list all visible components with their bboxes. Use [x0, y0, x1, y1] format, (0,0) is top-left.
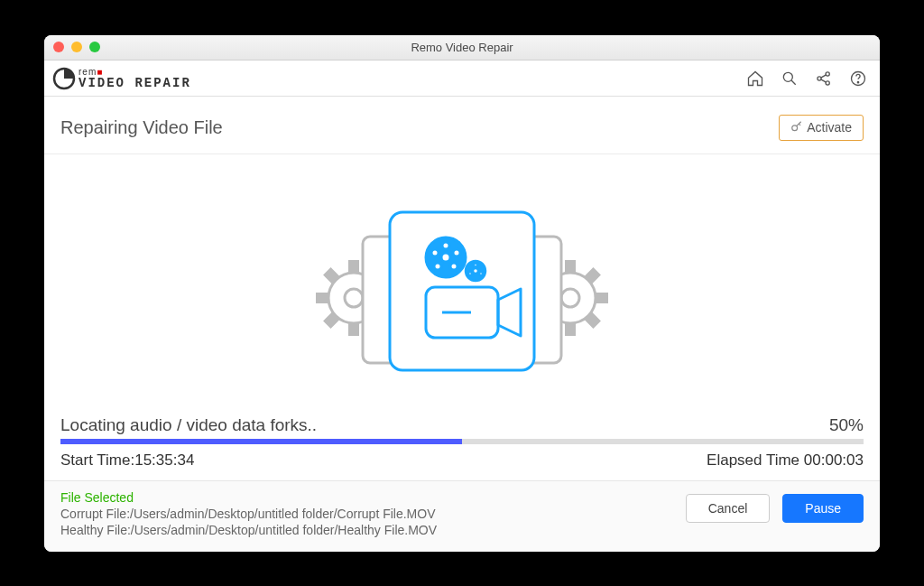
- search-icon[interactable]: [781, 70, 799, 88]
- footer-actions: Cancel Pause: [686, 494, 864, 523]
- activate-label: Activate: [807, 120, 852, 135]
- time-row: Start Time:15:35:34 Elapsed Time 00:00:0…: [60, 451, 864, 480]
- svg-point-38: [450, 263, 457, 270]
- progress-bar-fill: [60, 439, 462, 444]
- app-header: rem■ VIDEO REPAIR: [44, 60, 880, 97]
- file-selected-label: File Selected: [60, 490, 437, 505]
- svg-point-39: [434, 263, 441, 270]
- svg-point-40: [431, 249, 439, 256]
- app-logo: rem■ VIDEO REPAIR: [51, 66, 191, 91]
- progress-percent: 50%: [829, 415, 864, 435]
- key-icon: [790, 120, 803, 135]
- svg-rect-19: [316, 293, 328, 303]
- status-text: Locating audio / video data forks..: [60, 415, 317, 435]
- svg-point-9: [857, 82, 858, 83]
- subheader: Repairing Video File Activate: [44, 97, 880, 154]
- svg-point-44: [479, 272, 483, 275]
- svg-rect-26: [585, 312, 601, 329]
- minimize-window-button[interactable]: [71, 42, 82, 52]
- corrupt-file-line: Corrupt File:/Users/admin/Desktop/untitl…: [60, 507, 437, 521]
- header-icon-bar: [746, 70, 867, 88]
- svg-point-43: [474, 264, 477, 267]
- progress-section: Locating audio / video data forks.. 50% …: [44, 415, 880, 480]
- progress-bar: [60, 439, 864, 444]
- start-time: Start Time:15:35:34: [60, 451, 194, 470]
- svg-point-45: [468, 272, 472, 275]
- home-icon[interactable]: [746, 70, 764, 88]
- svg-point-1: [783, 72, 792, 81]
- healthy-file-line: Healthy File:/Users/admin/Desktop/untitl…: [60, 523, 437, 537]
- svg-line-7: [821, 79, 827, 82]
- svg-rect-25: [596, 293, 608, 303]
- svg-point-42: [473, 268, 478, 274]
- svg-rect-24: [585, 267, 601, 284]
- svg-point-10: [792, 125, 798, 130]
- elapsed-time: Elapsed Time 00:00:03: [707, 451, 864, 470]
- logo-app-name: VIDEO REPAIR: [79, 77, 191, 89]
- share-icon[interactable]: [815, 70, 833, 88]
- svg-point-37: [453, 249, 460, 256]
- svg-rect-13: [348, 260, 359, 273]
- page-title: Repairing Video File: [60, 117, 223, 138]
- svg-rect-17: [348, 323, 359, 336]
- maximize-window-button[interactable]: [89, 42, 100, 52]
- help-icon[interactable]: [849, 70, 867, 88]
- repair-illustration: [44, 154, 880, 415]
- svg-point-22: [561, 289, 579, 307]
- svg-line-6: [821, 75, 827, 78]
- logo-glyph-icon: [51, 66, 77, 91]
- svg-point-35: [441, 253, 450, 262]
- logo-text: rem■ VIDEO REPAIR: [79, 68, 191, 89]
- file-info: File Selected Corrupt File:/Users/admin/…: [60, 490, 437, 537]
- close-window-button[interactable]: [53, 42, 64, 52]
- svg-line-2: [791, 80, 796, 85]
- svg-rect-23: [565, 260, 576, 273]
- footer: File Selected Corrupt File:/Users/admin/…: [44, 480, 880, 552]
- app-window: Remo Video Repair rem■ VIDEO REPAIR: [44, 35, 880, 552]
- activate-button[interactable]: Activate: [779, 115, 864, 141]
- pause-button[interactable]: Pause: [782, 494, 864, 523]
- cancel-button[interactable]: Cancel: [686, 494, 771, 523]
- svg-point-36: [442, 242, 449, 249]
- svg-rect-33: [390, 212, 534, 370]
- svg-point-12: [345, 289, 363, 307]
- svg-rect-18: [323, 312, 339, 329]
- svg-rect-20: [323, 267, 339, 284]
- svg-rect-27: [565, 323, 576, 336]
- window-controls: [53, 42, 100, 52]
- status-row: Locating audio / video data forks.. 50%: [60, 415, 864, 435]
- window-title: Remo Video Repair: [411, 41, 513, 54]
- titlebar: Remo Video Repair: [44, 35, 880, 60]
